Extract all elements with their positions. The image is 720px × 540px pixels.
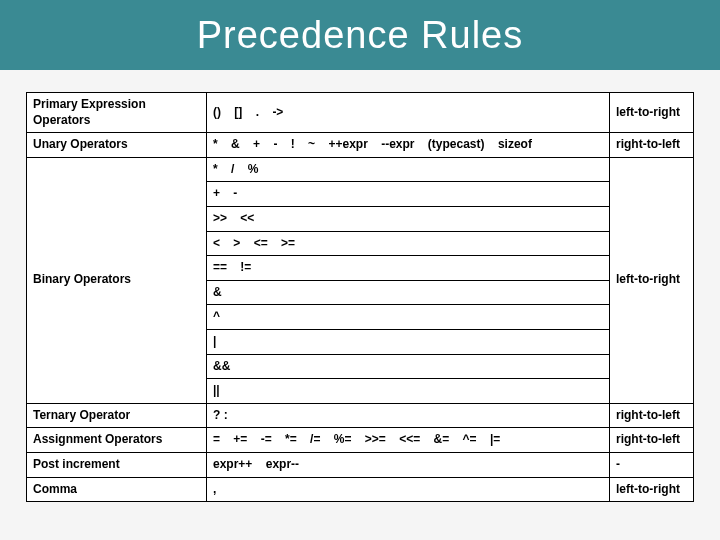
table-row: Post increment expr++ expr-- -	[27, 452, 694, 477]
op: <=	[254, 236, 268, 252]
assoc-cell: left-to-right	[610, 93, 694, 133]
op: -=	[261, 432, 272, 448]
assoc-cell: -	[610, 452, 694, 477]
precedence-table: Primary Expression Operators () [] . -> …	[26, 92, 694, 502]
op: >>	[213, 211, 227, 227]
op: ++expr	[328, 137, 367, 153]
op: &=	[434, 432, 450, 448]
op: .	[256, 105, 259, 121]
op: ^	[213, 309, 220, 325]
op: >	[233, 236, 240, 252]
op: ? :	[213, 408, 228, 424]
op: |	[213, 334, 216, 350]
ops-cell: expr++ expr--	[207, 452, 610, 477]
assoc-cell: right-to-left	[610, 133, 694, 158]
table-row: Comma , left-to-right	[27, 477, 694, 502]
op: !=	[240, 260, 251, 276]
op: =	[213, 432, 220, 448]
op: >=	[281, 236, 295, 252]
op: expr++	[213, 457, 252, 473]
op: ^=	[463, 432, 477, 448]
op: +	[213, 186, 220, 202]
ops-cell: = += -= *= /= %= >>= <<= &= ^= |=	[207, 428, 610, 453]
op: &	[231, 137, 240, 153]
assoc-cell: right-to-left	[610, 428, 694, 453]
table-row: Unary Operators * & + - ! ~ ++expr --exp…	[27, 133, 694, 158]
assoc-cell: left-to-right	[610, 477, 694, 502]
op: -	[273, 137, 277, 153]
category-cell: Comma	[27, 477, 207, 502]
op: ||	[213, 383, 220, 399]
op: ,	[213, 482, 216, 498]
category-cell: Unary Operators	[27, 133, 207, 158]
op: %	[248, 162, 259, 178]
op: --expr	[381, 137, 414, 153]
category-cell: Binary Operators	[27, 157, 207, 403]
table-row: Assignment Operators = += -= *= /= %= >>…	[27, 428, 694, 453]
assoc-cell: left-to-right	[610, 157, 694, 403]
op: %=	[334, 432, 352, 448]
op: ~	[308, 137, 315, 153]
ops-cell: &	[207, 280, 610, 305]
op: <<=	[399, 432, 420, 448]
ops-cell: ||	[207, 379, 610, 404]
ops-cell: * & + - ! ~ ++expr --expr (typecast) siz…	[207, 133, 610, 158]
ops-cell: |	[207, 329, 610, 354]
op: +=	[233, 432, 247, 448]
op: (typecast)	[428, 137, 485, 153]
op: *	[213, 137, 218, 153]
ops-cell: + -	[207, 182, 610, 207]
ops-cell: * / %	[207, 157, 610, 182]
op: >>=	[365, 432, 386, 448]
ops-cell: ,	[207, 477, 610, 502]
ops-cell: >> <<	[207, 206, 610, 231]
op: &&	[213, 359, 230, 375]
table-row: Primary Expression Operators () [] . -> …	[27, 93, 694, 133]
op: <<	[240, 211, 254, 227]
op: &	[213, 285, 222, 301]
category-cell: Primary Expression Operators	[27, 93, 207, 133]
op: |=	[490, 432, 500, 448]
category-cell: Assignment Operators	[27, 428, 207, 453]
title-bar: Precedence Rules	[0, 0, 720, 70]
assoc-cell: right-to-left	[610, 403, 694, 428]
op: []	[234, 105, 242, 121]
ops-cell: () [] . ->	[207, 93, 610, 133]
table-row: Ternary Operator ? : right-to-left	[27, 403, 694, 428]
op: ==	[213, 260, 227, 276]
ops-cell: &&	[207, 354, 610, 379]
op: ()	[213, 105, 221, 121]
ops-cell: ^	[207, 305, 610, 330]
op: expr--	[266, 457, 299, 473]
op: *	[213, 162, 218, 178]
ops-cell: < > <= >=	[207, 231, 610, 256]
ops-cell: == !=	[207, 256, 610, 281]
category-cell: Post increment	[27, 452, 207, 477]
op: -	[233, 186, 237, 202]
page-title: Precedence Rules	[197, 14, 524, 57]
ops-cell: ? :	[207, 403, 610, 428]
table-row: Binary Operators * / % left-to-right	[27, 157, 694, 182]
table-container: Primary Expression Operators () [] . -> …	[0, 70, 720, 512]
op: /=	[310, 432, 320, 448]
op: +	[253, 137, 260, 153]
op: <	[213, 236, 220, 252]
op: *=	[285, 432, 297, 448]
op: !	[291, 137, 295, 153]
op: /	[231, 162, 234, 178]
op: ->	[272, 105, 283, 121]
category-cell: Ternary Operator	[27, 403, 207, 428]
op: sizeof	[498, 137, 532, 153]
